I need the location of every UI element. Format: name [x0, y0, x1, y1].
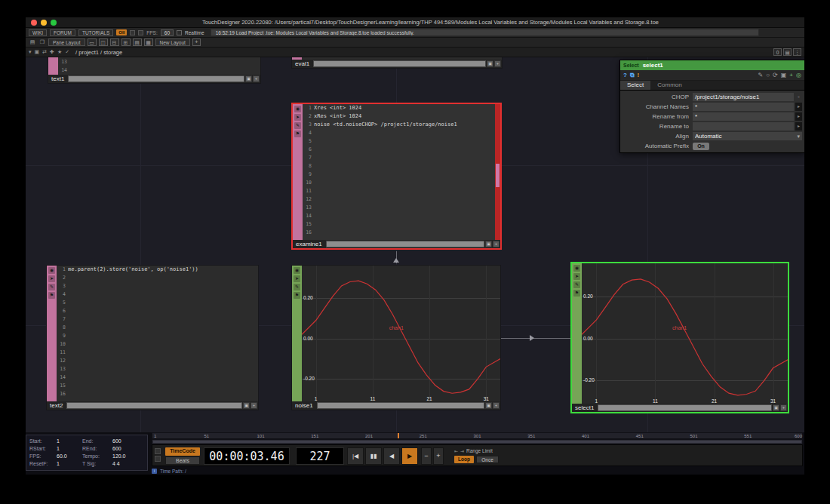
viewer-flag-button[interactable]: ▣ — [487, 60, 493, 67]
parameter-dialog[interactable]: Select select1 ? ⧉ ! ✎ ○ ⟳ ▣ + ◎ Select … — [619, 60, 805, 153]
lock-flag-icon[interactable]: ⚑ — [294, 292, 300, 299]
h-scrollbar[interactable] — [598, 404, 772, 411]
expand-all-icon[interactable]: ▣ — [781, 72, 787, 78]
zero-button[interactable]: 0 — [773, 48, 782, 56]
new-layout-button[interactable]: New Layout — [155, 38, 190, 46]
field-value[interactable]: 120.0 — [112, 453, 144, 459]
info-icon[interactable]: i — [152, 469, 157, 474]
rewind-button[interactable]: |◀ — [347, 447, 364, 465]
node-eval1[interactable]: eval1 ▣ + — [291, 57, 503, 69]
expand-flag-button[interactable]: + — [253, 75, 260, 82]
edit-flag-icon[interactable]: ✎ — [294, 122, 301, 129]
timecode-mode-button[interactable]: TimeCode — [165, 447, 200, 456]
play-reverse-button[interactable]: ◀ — [383, 447, 400, 465]
expand-flag-button[interactable]: + — [780, 404, 787, 411]
h-scrollbar[interactable] — [317, 402, 484, 409]
perf-toggle-1[interactable] — [130, 30, 135, 35]
forum-link[interactable]: FORUM — [50, 29, 75, 36]
layout-grid-icon[interactable]: ▦ — [144, 38, 153, 46]
node-label[interactable]: examine1 — [293, 240, 325, 248]
field-value[interactable]: 600 — [112, 446, 144, 451]
node-text1[interactable]: 1314 text1 ▣ + — [48, 57, 261, 84]
minimize-button[interactable] — [41, 20, 47, 26]
field-value[interactable]: 60.0 — [57, 453, 82, 459]
v-scrollbar[interactable] — [495, 104, 500, 240]
h-scrollbar[interactable] — [326, 241, 484, 247]
expand-flag-button[interactable]: + — [493, 402, 500, 409]
realtime-checkbox[interactable] — [177, 30, 182, 35]
timeline-scroll-track[interactable] — [152, 439, 803, 444]
range-limit-icon[interactable]: ⇤ — [454, 448, 458, 453]
chop-picker-icon[interactable]: ◦ — [795, 94, 802, 100]
lock-flag-icon[interactable]: ⚑ — [294, 131, 301, 137]
swap-icon[interactable]: ⇄ — [42, 49, 47, 55]
add-layout-button[interactable]: + — [192, 38, 201, 46]
timecode-display[interactable]: 00:00:03.46 — [204, 447, 290, 465]
add-parameter-icon[interactable]: + — [789, 72, 793, 78]
layout-split-v-icon[interactable]: ◫ — [99, 38, 108, 46]
comment-icon[interactable]: ○ — [766, 72, 770, 78]
timeline-ruler[interactable]: 151101151201251301351401451501551600 — [152, 432, 803, 439]
param-label[interactable]: CHOP — [620, 94, 693, 100]
info-icon[interactable]: ! — [638, 72, 640, 78]
field-value[interactable]: 4 4 — [112, 461, 144, 466]
wiki-link[interactable]: WIKI — [29, 29, 47, 36]
pause-button[interactable]: ▮▮ — [365, 447, 382, 465]
pane-type-icon[interactable]: ▣ — [35, 49, 40, 55]
viewer-flag-icon[interactable]: ◉ — [294, 267, 300, 274]
grid-icon[interactable]: ▤ — [29, 39, 36, 45]
expand-flag-button[interactable]: + — [494, 60, 501, 67]
field-value[interactable]: 1 — [57, 461, 82, 466]
viewer-flag-icon[interactable]: ◉ — [294, 106, 301, 112]
viewer-flag-button[interactable]: ▣ — [773, 404, 779, 411]
field-value[interactable]: 1 — [57, 446, 82, 451]
panel-toggle-1[interactable] — [155, 448, 161, 454]
close-button[interactable] — [31, 20, 37, 26]
tab-select[interactable]: Select — [620, 81, 650, 90]
chop-graph-viewer[interactable]: 0.20 0.00 -0.20 1 11 21 31 chan1 — [302, 266, 500, 401]
playhead[interactable] — [398, 433, 399, 438]
status-badge[interactable]: OII — [116, 29, 127, 35]
export-flag-icon[interactable]: ➤ — [294, 114, 301, 121]
edit-flag-icon[interactable]: ✎ — [48, 284, 55, 290]
target-icon[interactable]: ◎ — [796, 72, 801, 78]
param-field[interactable]: /project1/storage/noise1 — [693, 93, 794, 101]
lock-flag-icon[interactable]: ⚑ — [48, 292, 55, 299]
step-back-button[interactable]: − — [421, 447, 432, 465]
node-label[interactable]: eval1 — [292, 60, 312, 68]
parameter-dialog-header[interactable]: Select select1 — [620, 60, 804, 70]
edit-flag-icon[interactable]: ✎ — [294, 284, 300, 290]
perf-toggle-2[interactable] — [138, 30, 143, 35]
wire-noise1-select1[interactable] — [501, 338, 570, 339]
param-field[interactable] — [693, 122, 794, 131]
h-scrollbar[interactable] — [66, 402, 242, 409]
viewer-flag-icon[interactable]: ◉ — [573, 265, 580, 272]
param-expand-arrow[interactable]: ▸ — [795, 103, 802, 111]
check-icon[interactable]: ✓ — [65, 49, 69, 55]
chevron-down-icon[interactable]: ▾ — [29, 49, 32, 55]
export-flag-icon[interactable]: ➤ — [48, 275, 55, 282]
h-scrollbar[interactable] — [68, 75, 244, 82]
beats-mode-button[interactable]: Beats — [165, 456, 200, 465]
param-expand-arrow[interactable]: ▸ — [795, 122, 802, 131]
refresh-icon[interactable]: ⟳ — [773, 72, 778, 78]
layout-single-icon[interactable]: ▭ — [88, 38, 97, 46]
range-limit-icon2[interactable]: ⇥ — [460, 448, 464, 453]
node-label[interactable]: text1 — [48, 75, 67, 83]
param-dropdown[interactable]: Automatic▾ — [693, 132, 802, 140]
chop-graph-viewer[interactable]: 0.20 0.00 -0.20 1 11 21 31 chan1 — [582, 263, 788, 404]
timeline-settings-panel[interactable]: Start:1End:600RStart:1REnd:600FPS:60.0Te… — [26, 435, 148, 471]
viewer-flag-button[interactable]: ▣ — [485, 402, 492, 409]
param-label[interactable]: Rename to — [620, 123, 693, 130]
param-label[interactable]: Automatic Prefix — [620, 143, 693, 149]
expand-flag-button[interactable]: + — [251, 402, 257, 409]
field-value[interactable]: 600 — [112, 438, 144, 444]
list-view-button[interactable]: ▤ — [783, 48, 792, 56]
export-flag-icon[interactable]: ➤ — [294, 275, 300, 282]
more-options-button[interactable]: ⋮ — [793, 48, 801, 56]
param-toggle[interactable]: On — [693, 143, 709, 150]
param-field[interactable]: * — [693, 103, 794, 111]
once-button[interactable]: Once — [476, 456, 499, 463]
node-select1[interactable]: ◉ ➤ ✎ ⚑ 0.20 0 — [570, 262, 789, 413]
export-flag-icon[interactable]: ➤ — [573, 273, 580, 280]
